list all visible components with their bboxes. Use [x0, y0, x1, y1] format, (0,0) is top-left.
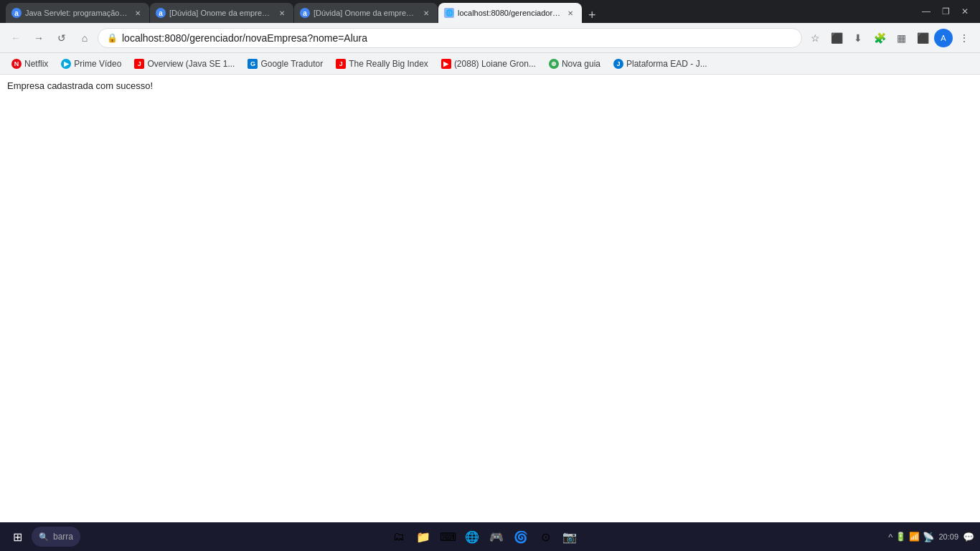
close-button[interactable]: ✕: [961, 6, 969, 17]
nav-icons: ☆ ⬛ ⬇ 🧩 ▦ ⬛ A ⋮: [805, 28, 974, 48]
save-page-icon[interactable]: ⬇: [848, 28, 868, 48]
tab-title: [Dúvida] Onome da empresa nã...: [169, 9, 273, 17]
bookmark-favicon: J: [336, 59, 346, 69]
bookmark-label: The Really Big Index: [349, 59, 428, 69]
page-content: Empresa cadastrada com sucesso!: [0, 75, 980, 522]
extensions-icon[interactable]: 🧩: [870, 28, 890, 48]
tabs-area: aJava Servlet: programação web J...✕a[Dú…: [6, 0, 916, 23]
tab-favicon: a: [11, 8, 22, 18]
bookmark-favicon: ⊕: [549, 59, 559, 69]
bookmark-favicon: ▶: [61, 59, 71, 69]
new-tab-button[interactable]: +: [583, 8, 602, 23]
tab-close-button[interactable]: ✕: [132, 7, 143, 19]
bookmark-overview[interactable]: JOverview (Java SE 1...: [128, 57, 240, 71]
browser-tab-tab3[interactable]: a[Dúvida] Onome da empresa nã...✕: [294, 3, 438, 23]
bookmark-label: Google Tradutor: [260, 59, 323, 69]
browser-tab-tab4[interactable]: 🌐localhost:8080/gerenciador/nova...✕: [438, 3, 582, 23]
bookmark-label: Nova guia: [562, 59, 600, 69]
bookmark-prime[interactable]: ▶Prime Vídeo: [55, 57, 127, 71]
tab-close-button[interactable]: ✕: [420, 7, 432, 19]
tab-title: localhost:8080/gerenciador/nova...: [458, 9, 561, 17]
bookmark-label: Plataforma EAD - J...: [626, 59, 707, 69]
bookmark-tradutor[interactable]: GGoogle Tradutor: [242, 57, 329, 71]
minimize-button[interactable]: —: [922, 6, 930, 17]
menu-button[interactable]: ⋮: [954, 28, 974, 48]
bookmark-netflix[interactable]: NNetflix: [6, 57, 54, 71]
window-controls: — ❐ ✕: [916, 6, 974, 17]
address-text: localhost:8080/gerenciador/novaEmpresa?n…: [122, 32, 793, 44]
profile-button[interactable]: A: [934, 29, 953, 47]
screenshot-icon[interactable]: ⬛: [826, 28, 847, 48]
bookmark-novaGuia[interactable]: ⊕Nova guia: [543, 57, 606, 71]
bookmark-label: Prime Vídeo: [74, 59, 121, 69]
refresh-button[interactable]: ↺: [52, 28, 72, 48]
tab-favicon: a: [300, 8, 310, 18]
tab-favicon: a: [156, 8, 166, 18]
bookmark-loiane[interactable]: ▶(2088) Loiane Gron...: [435, 57, 542, 71]
bookmark-label: Overview (Java SE 1...: [147, 59, 235, 69]
bookmark-label: (2088) Loiane Gron...: [454, 59, 536, 69]
browser-tab-tab1[interactable]: aJava Servlet: programação web J...✕: [6, 3, 149, 23]
maximize-button[interactable]: ❐: [942, 6, 950, 17]
bookmark-plataforma[interactable]: JPlataforma EAD - J...: [608, 57, 713, 71]
home-button[interactable]: ⌂: [75, 28, 95, 48]
lock-icon: 🔒: [107, 33, 118, 43]
forward-button[interactable]: →: [29, 28, 49, 48]
back-button[interactable]: ←: [6, 28, 26, 48]
tab-title: [Dúvida] Onome da empresa nã...: [314, 9, 417, 17]
bookmark-favicon: J: [613, 59, 623, 69]
extension3-icon[interactable]: ⬛: [913, 28, 933, 48]
success-message: Empresa cadastrada com sucesso!: [7, 80, 973, 91]
tab-close-button[interactable]: ✕: [276, 7, 288, 19]
nav-bar: ← → ↺ ⌂ 🔒 localhost:8080/gerenciador/nov…: [0, 23, 980, 53]
bookmark-icon[interactable]: ☆: [805, 28, 825, 48]
tab-favicon: 🌐: [444, 8, 454, 18]
bookmark-favicon: ▶: [441, 59, 451, 69]
tab-close-button[interactable]: ✕: [565, 7, 576, 19]
tab-title: Java Servlet: programação web J...: [25, 9, 128, 17]
title-bar: aJava Servlet: programação web J...✕a[Dú…: [0, 0, 980, 23]
bookmark-favicon: N: [11, 59, 22, 69]
browser-tab-tab2[interactable]: a[Dúvida] Onome da empresa nã...✕: [150, 3, 293, 23]
bookmarks-bar: NNetflix▶Prime VídeoJOverview (Java SE 1…: [0, 53, 980, 75]
extension2-icon[interactable]: ▦: [891, 28, 911, 48]
bookmark-bigindex[interactable]: JThe Really Big Index: [330, 57, 434, 71]
bookmark-favicon: G: [248, 59, 258, 69]
bookmark-label: Netflix: [24, 59, 48, 69]
bookmark-favicon: J: [134, 59, 144, 69]
address-bar[interactable]: 🔒 localhost:8080/gerenciador/novaEmpresa…: [98, 28, 802, 48]
